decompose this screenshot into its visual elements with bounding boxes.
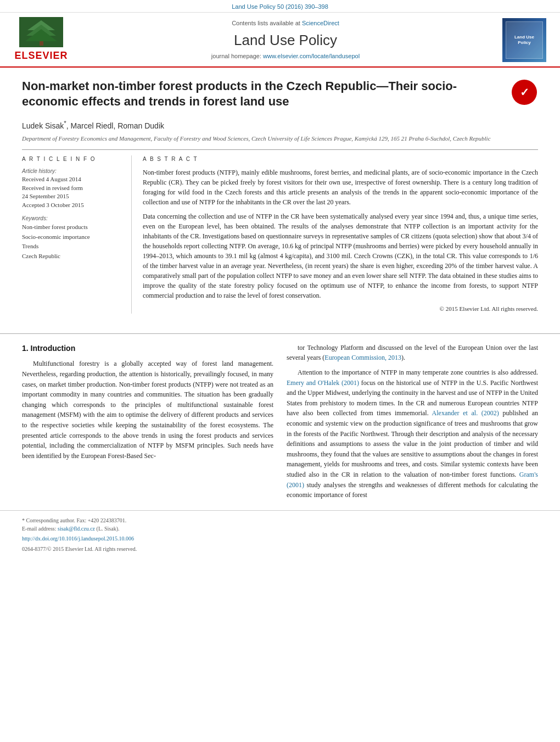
abstract-copyright: © 2015 Elsevier Ltd. All rights reserved… — [143, 305, 538, 313]
body-content: 1. Introduction Multifunctional forestry… — [0, 343, 560, 505]
keywords-label: Keywords: — [22, 215, 123, 222]
keyword-4: Czech Republic — [22, 252, 123, 261]
crossmark-badge[interactable]: ✓ — [511, 79, 538, 106]
received-date: Received 4 August 2014 — [22, 175, 123, 183]
footer-copyright: 0264-8377/© 2015 Elsevier Ltd. All right… — [22, 545, 538, 553]
section-divider — [0, 333, 560, 334]
crossmark-symbol: ✓ — [520, 85, 529, 100]
body-left-col: 1. Introduction Multifunctional forestry… — [22, 343, 273, 505]
abstract-text: Non-timber forest products (NTFP), mainl… — [143, 168, 538, 300]
author-dudik: Roman Dudik — [117, 121, 164, 130]
journal-title: Land Use Policy — [82, 30, 489, 50]
elsevier-logo: ELSEVIER — [11, 17, 71, 63]
elsevier-tree-image — [19, 17, 63, 47]
intro-paragraph-3: Attention to the importance of NTFP in m… — [287, 367, 538, 500]
keyword-1: Non-timber forest products — [22, 222, 123, 232]
sciencedirect-link[interactable]: ScienceDirect — [302, 20, 339, 26]
affiliation: Department of Forestry Economics and Man… — [22, 135, 538, 143]
footer-email-link[interactable]: sisak@fld.czu.cz — [58, 526, 95, 532]
abstract-paragraph-1: Non-timber forest products (NTFP), mainl… — [143, 168, 538, 207]
revised-date: 24 September 2015 — [22, 192, 123, 200]
commission-link[interactable]: European Commission, 2013 — [324, 354, 401, 361]
tree-svg — [21, 18, 62, 47]
author-sisak: Ludek Sisak — [22, 121, 64, 130]
footer-email-label: E-mail address: — [22, 526, 56, 532]
intro-paragraph-1: Multifunctional forestry is a globally a… — [22, 359, 273, 461]
emery-link[interactable]: Emery and O'Halek (2001) — [287, 379, 359, 387]
accepted-date: Accepted 3 October 2015 — [22, 201, 123, 209]
logo-inner: Land UsePolicy — [506, 21, 543, 59]
footer-email-suffix: (L. Sisak). — [97, 526, 120, 532]
footer-footnote: * Corresponding author. Fax: +420 224383… — [22, 516, 538, 533]
article-body: Non-market non-timber forest products in… — [0, 68, 560, 325]
elsevier-wordmark: ELSEVIER — [14, 49, 68, 63]
abstract-paragraph-2: Data concerning the collection and use o… — [143, 211, 538, 300]
authors: Ludek Sisak*, Marcel Riedl, Roman Dudik — [22, 119, 538, 131]
homepage-line: journal homepage: www.elsevier.com/locat… — [82, 52, 489, 60]
revised-label: Received in revised form — [22, 184, 123, 192]
article-info-column: A R T I C L E I N F O Article history: R… — [22, 155, 132, 313]
intro-paragraph-2: tor Technology Platform and discussed on… — [287, 343, 538, 363]
article-info-heading: A R T I C L E I N F O — [22, 155, 123, 163]
journal-logo-box: Land UsePolicy — [502, 18, 546, 62]
article-footer: * Corresponding author. Fax: +420 224383… — [0, 510, 560, 559]
keyword-3: Trends — [22, 242, 123, 252]
contents-available-line: Contents lists available at ScienceDirec… — [82, 19, 489, 27]
keyword-2: Socio-economic importance — [22, 232, 123, 242]
article-history: Article history: Received 4 August 2014 … — [22, 168, 123, 209]
crossmark-circle: ✓ — [512, 80, 537, 105]
homepage-link[interactable]: www.elsevier.com/locate/landusepol — [263, 53, 360, 59]
journal-center-info: Contents lists available at ScienceDirec… — [71, 19, 500, 60]
introduction-heading: 1. Introduction — [22, 343, 273, 355]
abstract-heading: A B S T R A C T — [143, 155, 538, 163]
footnote-star: * Corresponding author. Fax: +420 224383… — [22, 517, 126, 523]
logo-text-line1: Land UsePolicy — [514, 35, 534, 46]
title-section: Non-market non-timber forest products in… — [22, 79, 538, 114]
body-right-col: tor Technology Platform and discussed on… — [287, 343, 538, 505]
abstract-column: A B S T R A C T Non-timber forest produc… — [143, 155, 538, 313]
doi-link[interactable]: http://dx.doi.org/10.1016/j.landusepol.2… — [22, 535, 134, 542]
journal-logo-right: Land UsePolicy — [500, 18, 549, 62]
history-label: Article history: — [22, 168, 123, 175]
gram-link[interactable]: Gram's (2001) — [287, 471, 538, 489]
author-riedl: Marcel Riedl — [71, 121, 114, 130]
article-info-abstract-section: A R T I C L E I N F O Article history: R… — [22, 149, 538, 313]
top-citation: Land Use Policy 50 (2016) 390–398 — [0, 0, 560, 13]
alexander-link[interactable]: Alexander et al. (2002) — [432, 409, 499, 417]
article-title: Non-market non-timber forest products in… — [22, 79, 511, 110]
citation-text: Land Use Policy 50 (2016) 390–398 — [232, 3, 328, 10]
footer-doi: http://dx.doi.org/10.1016/j.landusepol.2… — [22, 535, 538, 543]
page: Land Use Policy 50 (2016) 390–398 ELSEVI… — [0, 0, 560, 742]
journal-header: ELSEVIER Contents lists available at Sci… — [0, 13, 560, 67]
keywords-section: Keywords: Non-timber forest products Soc… — [22, 215, 123, 261]
